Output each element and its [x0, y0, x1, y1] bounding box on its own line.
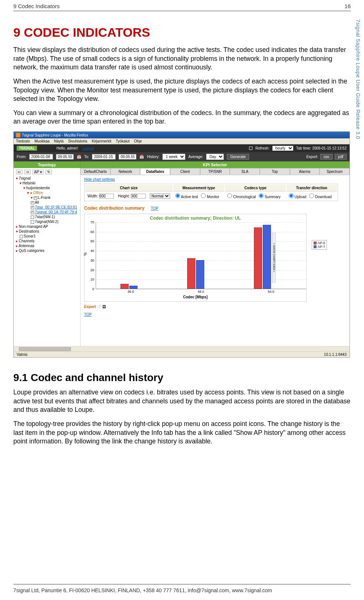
settings-measurement-cell: Active test Monitor [173, 192, 224, 200]
tab-network[interactable]: Network [110, 168, 140, 175]
chart-bar [187, 258, 195, 289]
browser-menu-item[interactable]: Ohje [134, 139, 142, 143]
settings-header-transfer: Transfer direction [287, 185, 337, 191]
calendar-icon[interactable]: 📅 [77, 155, 81, 159]
calendar-icon[interactable]: 📅 [139, 155, 144, 159]
page-header: 9 Codec Indicators 16 [13, 0, 351, 11]
sidebar-nav-button[interactable]: ✎ [45, 170, 52, 174]
topology-tree: ▾ 7signal▾ Helsinki▾ huijoniestentie▾ ● … [16, 176, 78, 253]
tab-time: Tab time: 2009-01-15 12:13:52 [296, 146, 347, 150]
export-pdf-button[interactable]: pdf [335, 154, 347, 160]
measurement-option[interactable]: Monitor [201, 195, 219, 199]
transfer-direction-option[interactable]: Download [309, 195, 331, 199]
paragraph-history-1: Loupe provides an alternative view on co… [13, 388, 351, 414]
kpi-selector-header: KPI Selector [80, 161, 350, 168]
to-label: To: [84, 155, 89, 159]
tree-item[interactable]: ▾ 7signal [16, 176, 78, 181]
width-input[interactable] [99, 194, 114, 199]
tree-item[interactable]: ▸ Non-managed AP [16, 224, 78, 229]
tab-alarms[interactable]: Alarms [290, 168, 320, 175]
logout-link[interactable]: Logout [83, 146, 94, 150]
x-tick-label: 48.0 [166, 289, 236, 294]
height-input[interactable] [131, 194, 146, 199]
tree-item[interactable]: 7signal(NW-2) [16, 219, 78, 224]
tree-item[interactable]: 7star(NW-1) [16, 214, 78, 219]
browser-menu-item[interactable]: Muokkaa [34, 139, 50, 143]
tab-client[interactable]: Client [170, 168, 200, 175]
generate-button[interactable]: Generate [227, 154, 249, 160]
horizontal-scrollbar[interactable] [14, 346, 350, 351]
settings-header-measurement: Measurement type [173, 185, 224, 191]
browser-menu-item[interactable]: Näytä [54, 139, 64, 143]
tab-tp/snr[interactable]: TP/SNR [200, 168, 230, 175]
to-time-input[interactable] [119, 154, 136, 160]
history-select[interactable]: 1 week [162, 154, 185, 160]
firefox-icon [16, 133, 20, 137]
settings-size-cell: Width: Height: Normal [85, 192, 172, 200]
history-label: History: [147, 155, 159, 159]
export-label-bottom: Export [84, 305, 96, 309]
hide-chart-settings-link[interactable]: Hide chart settings [80, 175, 119, 184]
tab-spectrum[interactable]: Spectrum [320, 168, 350, 175]
size-mode-select[interactable]: Normal [150, 193, 170, 199]
refresh-select[interactable]: hourly [272, 146, 293, 151]
codecs-type-option[interactable]: Chronological [227, 195, 256, 199]
top-link[interactable]: TOP [151, 206, 158, 210]
sidebar-nav-button[interactable]: ⇒ [24, 170, 31, 174]
tree-item[interactable]: 7signal_00:1A:70:4F:79:4 [16, 210, 78, 214]
codecs-type-option[interactable]: Summary [259, 195, 281, 199]
transfer-direction-option[interactable]: Upload [289, 195, 306, 199]
tree-item[interactable]: ▸ Antennas [16, 243, 78, 248]
tree-item[interactable]: ▾ Destinations [16, 229, 78, 234]
heading-2: 9.1 Codec and channel history [13, 372, 351, 384]
paragraph-intro: This view displays the distribution of c… [13, 46, 351, 72]
sidebar-nav: ⇐⇒AP ▾✎ [16, 170, 78, 174]
sidebar-nav-button[interactable]: ⇐ [16, 170, 23, 174]
heading-1: 9 CODEC INDICATORS [13, 25, 351, 40]
measurement-option[interactable]: Active test [175, 195, 198, 199]
chart-bar [120, 284, 129, 289]
window-title: 7signal Sapphire Loupe - Mozilla Firefox [22, 133, 88, 137]
refresh-checkbox[interactable] [249, 147, 252, 150]
tree-item[interactable]: ▾ ● Office [16, 190, 78, 195]
tree-item[interactable]: ▾ huijoniestentie [16, 186, 78, 190]
settings-header-size: Chart size [85, 185, 172, 191]
tab-top[interactable]: Top [260, 168, 290, 175]
window-titlebar: 7signal Sapphire Loupe - Mozilla Firefox [14, 132, 350, 138]
tree-item[interactable]: ▸ Channels [16, 239, 78, 243]
tree-item[interactable]: Sonar1 [16, 234, 78, 239]
app-topbar: 7SIGNAL Hello, admin! Logout Refresh: ho… [14, 144, 350, 152]
top-link-bottom[interactable]: TOP [84, 312, 92, 317]
tab-defaultcharts[interactable]: DefaultCharts [80, 168, 110, 175]
legend-item: AP-7 [314, 245, 325, 249]
topology-sidebar: ⇐⇒AP ▾✎ ▾ 7signal▾ Helsinki▾ huijonieste… [14, 168, 80, 346]
header-page-number: 16 [344, 3, 351, 9]
tab-datarates[interactable]: DataRates [140, 168, 170, 175]
average-select[interactable]: Day [206, 154, 224, 160]
filter-bar: From: 📅 To: 📅 History: 1 week Average: D… [14, 152, 350, 161]
browser-menu-item[interactable]: Työkalut [116, 139, 129, 143]
scrollbar-thumb[interactable] [19, 347, 71, 351]
page-footer: 7signal Ltd, Panuntie 6, FI-00620 HELSIN… [13, 587, 351, 593]
from-date-input[interactable] [29, 154, 53, 160]
section-title: Codec distribution summary [84, 206, 145, 211]
tree-item[interactable]: ▸ QoS categories [16, 248, 78, 253]
average-label: Average: [188, 155, 203, 159]
export-csv-icon[interactable]: 📄 [97, 305, 101, 309]
chart-bar [254, 227, 262, 289]
tree-item[interactable]: 7star_00:1F:9E:CE:B3:81 [16, 205, 78, 210]
tab-sla[interactable]: SLA [230, 168, 260, 175]
chart-side-handle[interactable]: « SHOW CHART DATA » [272, 233, 276, 283]
from-time-input[interactable] [56, 154, 74, 160]
browser-menu-item[interactable]: Kirjanmerkit [92, 139, 111, 143]
browser-menu-item[interactable]: Sivuhistoria [68, 139, 87, 143]
browser-menu-item[interactable]: Tiedosto [16, 139, 30, 143]
tree-item[interactable]: ▾ L-Frank [16, 195, 78, 200]
to-date-input[interactable] [92, 154, 116, 160]
footer-rule [13, 584, 351, 584]
export-img-icon[interactable]: 🖼 [102, 305, 106, 309]
tree-item[interactable]: ▾ Helsinki [16, 181, 78, 186]
tree-item[interactable]: All [16, 200, 78, 205]
sidebar-nav-button[interactable]: AP ▾ [32, 170, 44, 174]
export-csv-button[interactable]: csv [320, 154, 332, 160]
